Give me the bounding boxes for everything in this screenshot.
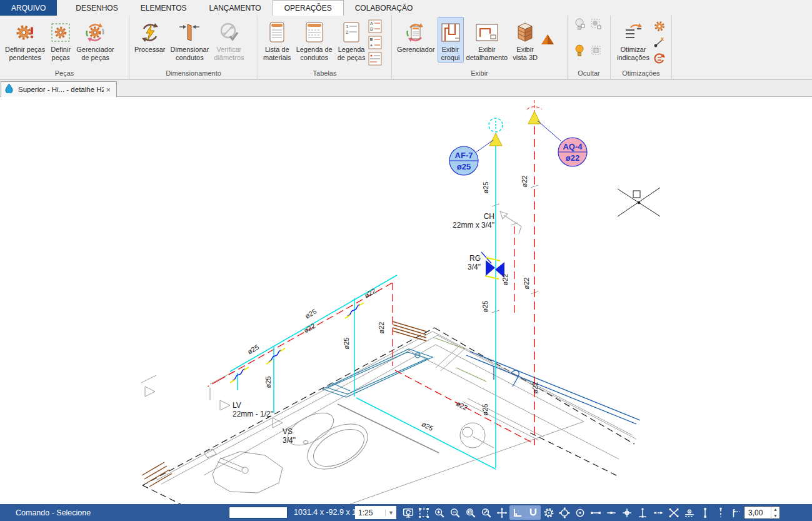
document-tab[interactable]: Superior - Hi... - detalhe H2 × [1, 81, 117, 97]
pipe-diameter-label: ø22 [501, 274, 509, 286]
chevron-down-icon: ▼ [385, 510, 396, 516]
materials-list-icon [268, 19, 286, 46]
snap-midpoint-icon[interactable] [603, 505, 619, 520]
optimize-route-icon[interactable] [652, 51, 667, 66]
active-modes-highlight [509, 505, 541, 520]
hidden-elements-icon[interactable] [589, 43, 604, 58]
settings-gear-icon[interactable] [652, 19, 667, 34]
snap-center-icon[interactable] [572, 505, 588, 520]
group-ocultar: Ocultar [568, 16, 611, 80]
parts-legend-icon: 1 2 [342, 19, 361, 46]
bulb-off-icon[interactable] [573, 17, 588, 32]
riser-arrows [489, 111, 541, 146]
gerenciador-button[interactable]: Gerenciador [394, 17, 438, 63]
lv-size-label: 22mm - 1/2" [233, 410, 273, 418]
processar-button[interactable]: Processar [132, 17, 168, 63]
gear-selection-icon [50, 19, 71, 46]
tab-colaboracao[interactable]: COLABORAÇÃO [344, 0, 424, 16]
pipe-diameter-label: ø22 [523, 278, 530, 290]
group-label-pecas: Peças [0, 69, 129, 80]
remove-indication-icon[interactable]: x [652, 35, 667, 50]
opening-hatch [142, 321, 426, 487]
close-tab-icon[interactable]: × [104, 85, 113, 94]
triangle-warning-icon[interactable] [540, 32, 555, 47]
exibir-croqui-button[interactable]: Exibir croqui [438, 17, 464, 63]
status-bar: Comando - Selecione 1031.4 x -92.9 x 134… [0, 504, 812, 521]
snap-insertion-icon[interactable] [681, 505, 697, 520]
group-label-exibir: Exibir [392, 69, 567, 80]
snap-extension-icon[interactable] [650, 505, 666, 520]
group-pecas: Definir peças pendentes Definir peças [0, 16, 129, 80]
cabinet-3d-icon [514, 19, 536, 46]
pipe-diameter-labels: ø25ø25ø25ø22ø22ø22ø22ø25ø22ø25ø22ø25ø25ø… [246, 176, 539, 433]
tab-desenhos[interactable]: DESENHOS [64, 0, 129, 16]
section-marker-x[interactable] [618, 188, 660, 216]
verificar-diametros-button[interactable]: Verificar diâmetros [211, 17, 246, 63]
gerenciador-de-pecas-button[interactable]: Gerenciador de peças [74, 17, 117, 63]
tab-arquivo[interactable]: ARQUIVO [0, 0, 57, 16]
exibir-vista-3d-button[interactable]: Exibir vista 3D [510, 17, 540, 63]
snap-angle-icon[interactable] [728, 505, 744, 520]
exibir-detalhamento-button[interactable]: Exibir detalhamento [464, 17, 511, 63]
drawing-canvas[interactable]: AF-7 ø25 AQ-4 ø22 CH 22mm x 3/4" RG 3/4"… [0, 97, 812, 504]
sketch-plan-icon [440, 19, 461, 46]
definir-pecas-button[interactable]: Definir peças [48, 17, 74, 63]
duct-legend-icon [305, 19, 324, 46]
snap-vertical-endpoint-icon[interactable] [697, 505, 713, 520]
zoom-in-icon[interactable] [431, 505, 447, 520]
duct-size-icon [178, 19, 201, 46]
bulb-on-icon[interactable] [573, 43, 588, 58]
snap-endpoint-icon[interactable] [588, 505, 603, 520]
otimizar-indicacoes-button[interactable]: Otimizar indicações [614, 17, 652, 63]
vs-label: VS [283, 427, 293, 436]
gear-sync-icon [83, 19, 107, 46]
group-exibir: Gerenciador Exibir croqui [392, 16, 568, 80]
dimensionar-condutos-button[interactable]: Dimensionar condutos [168, 17, 212, 63]
legenda-de-condutos-button[interactable]: Legenda de condutos [294, 17, 335, 63]
pipe-diameter-label: ø25 [343, 338, 350, 350]
grid-spacing-spinner[interactable]: 3,00 ▲▼ [744, 506, 780, 519]
command-input[interactable] [229, 507, 288, 518]
svg-text:1: 1 [346, 24, 349, 29]
legend-ab-icon[interactable]: A B [368, 19, 383, 34]
snap-perpendicular-icon[interactable] [634, 505, 650, 520]
optimize-list-icon [622, 19, 644, 46]
snap-magnet-icon[interactable] [525, 505, 541, 520]
snap-vertical-extension-icon[interactable] [713, 505, 728, 520]
detail-drawing-icon [475, 19, 499, 46]
shower-point-symbol [500, 211, 521, 234]
pipe-diameter-label: ø22 [531, 382, 539, 394]
tab-elementos[interactable]: ELEMENTOS [129, 0, 198, 16]
shower-box[interactable] [323, 349, 433, 397]
zoom-extents-icon[interactable] [478, 505, 494, 520]
snap-node-icon[interactable] [556, 505, 572, 520]
snap-settings-gear-icon[interactable] [541, 505, 556, 520]
balloon-aq4-dia: ø22 [566, 153, 579, 163]
redraw-screen-icon[interactable] [400, 505, 416, 520]
ch-label: CH [484, 212, 494, 221]
balloon-aq4-id: AQ-4 [563, 142, 583, 151]
ortho-mode-icon[interactable] [509, 505, 525, 520]
lista-de-materiais-button[interactable]: Lista de materiais [261, 17, 294, 63]
balloon-af7[interactable]: AF-7 ø25 [449, 140, 493, 175]
balloon-aq4[interactable]: AQ-4 ø22 [538, 121, 587, 166]
room-boundary-dashed[interactable] [143, 328, 634, 504]
regen-extents-icon[interactable] [416, 505, 431, 520]
dim-selection-icon[interactable] [589, 17, 604, 32]
zoom-window-icon[interactable] [463, 505, 478, 520]
tab-lancamento[interactable]: LANÇAMENTO [198, 0, 273, 16]
tab-operacoes[interactable]: OPERAÇÕES [273, 0, 344, 16]
definir-pecas-pendentes-button[interactable]: Definir peças pendentes [3, 17, 48, 63]
pan-icon[interactable] [494, 505, 509, 520]
rg-label: RG [469, 254, 481, 263]
legend-notes-icon[interactable] [368, 51, 383, 66]
spinner-arrows[interactable]: ▲▼ [771, 507, 779, 519]
zoom-out-icon[interactable] [447, 505, 463, 520]
snap-nearest-icon[interactable] [666, 505, 681, 520]
scale-dropdown[interactable]: 1:25 ▼ [355, 506, 396, 519]
svg-text:x: x [661, 36, 664, 42]
snap-intersection-icon[interactable] [619, 505, 634, 520]
legenda-de-pecas-button[interactable]: 1 2 Legenda de peças [335, 17, 368, 63]
legend-symbols-icon[interactable] [368, 35, 383, 50]
rg-size-label: 3/4" [468, 263, 481, 271]
